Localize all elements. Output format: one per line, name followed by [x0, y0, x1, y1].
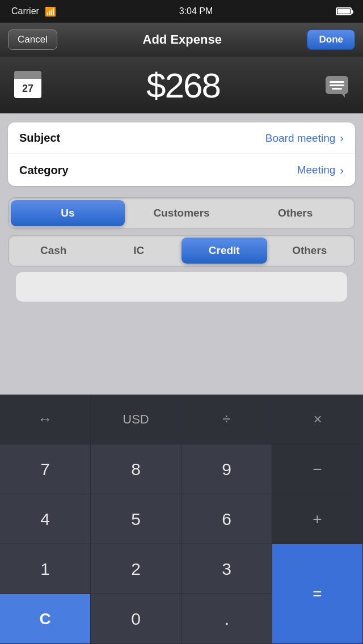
subject-label: Subject [19, 132, 60, 145]
seg-us-button[interactable]: Us [11, 200, 125, 226]
arrow-icon: ↔ [38, 410, 53, 428]
subject-chevron: › [340, 132, 344, 145]
seg-credit-button[interactable]: Credit [182, 238, 267, 264]
form-area: Subject Board meeting › Category Meeting… [0, 113, 363, 192]
nav-bar: Cancel Add Expense Done [0, 23, 363, 57]
calc-1-button[interactable]: 1 [0, 544, 91, 594]
partial-row [16, 272, 347, 302]
calc-2-button[interactable]: 2 [91, 544, 182, 594]
payment-segmented: Cash IC Credit Others [8, 235, 355, 266]
payer-segmented: Us Customers Others [8, 197, 355, 229]
battery-icon [336, 7, 352, 15]
category-chevron: › [340, 164, 344, 177]
calc-clear-button[interactable]: C [0, 594, 91, 644]
comment-button[interactable] [324, 74, 349, 96]
calc-4-button[interactable]: 4 [0, 494, 91, 544]
calc-6-button[interactable]: 6 [182, 494, 272, 544]
amount-display: $268 [146, 65, 220, 105]
category-value: Meeting [297, 164, 336, 176]
page-title: Add Expense [143, 32, 222, 47]
calc-3-button[interactable]: 3 [182, 544, 272, 594]
seg-others2-button[interactable]: Others [267, 238, 353, 264]
cancel-button[interactable]: Cancel [8, 29, 57, 50]
comment-bubble-icon [326, 76, 348, 94]
done-button[interactable]: Done [307, 29, 355, 50]
category-label: Category [19, 164, 69, 177]
wifi-icon: 📶 [45, 6, 56, 17]
seg-cash-button[interactable]: Cash [11, 238, 96, 264]
calculator: ↔ USD ÷ × 7 8 9 − 4 5 6 + 1 2 3 = C 0 . [0, 395, 363, 644]
category-row[interactable]: Category Meeting › [8, 154, 355, 186]
calc-minus-button[interactable]: − [272, 444, 363, 494]
calc-multiply-button[interactable]: × [272, 395, 363, 444]
form-card: Subject Board meeting › Category Meeting… [8, 122, 355, 186]
calendar-day: 27 [14, 79, 41, 98]
calc-usd-button[interactable]: USD [91, 395, 182, 444]
segmented-area: Us Customers Others Cash IC Credit Other… [0, 192, 363, 307]
subject-value: Board meeting [265, 132, 336, 145]
time-label: 3:04 PM [179, 6, 213, 16]
multiply-icon: × [313, 410, 322, 428]
calc-equals-button[interactable]: = [272, 544, 363, 644]
calendar-icon[interactable]: 27 [14, 71, 42, 99]
calc-plus-button[interactable]: + [272, 494, 363, 544]
subject-row[interactable]: Subject Board meeting › [8, 122, 355, 154]
carrier-label: Carrier [11, 6, 39, 16]
calc-arrow-button[interactable]: ↔ [0, 395, 91, 444]
seg-ic-button[interactable]: IC [96, 238, 182, 264]
calc-decimal-button[interactable]: . [182, 594, 272, 644]
seg-others1-button[interactable]: Others [238, 200, 352, 226]
calc-8-button[interactable]: 8 [91, 444, 182, 494]
calc-5-button[interactable]: 5 [91, 494, 182, 544]
calc-7-button[interactable]: 7 [0, 444, 91, 494]
divide-icon: ÷ [222, 410, 230, 428]
usd-label: USD [123, 412, 149, 427]
status-bar: Carrier 📶 3:04 PM [0, 0, 363, 23]
amount-bar: 27 $268 [0, 57, 363, 113]
calc-top-row: ↔ USD ÷ × [0, 395, 363, 444]
seg-customers-button[interactable]: Customers [125, 200, 239, 226]
calendar-top [14, 71, 41, 79]
calc-divide-button[interactable]: ÷ [182, 395, 272, 444]
calc-9-button[interactable]: 9 [182, 444, 272, 494]
calc-0-button[interactable]: 0 [91, 594, 182, 644]
calc-main-grid: 7 8 9 − 4 5 6 + 1 2 3 = C 0 . [0, 444, 363, 644]
